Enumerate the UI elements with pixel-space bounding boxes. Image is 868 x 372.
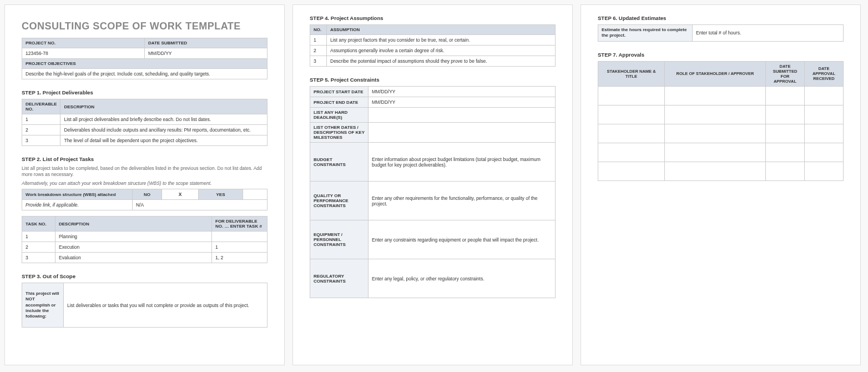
constraint-budget-value: Enter information about project budget l… xyxy=(369,143,556,182)
wbs-no-mark: X xyxy=(162,189,198,200)
step5-title: STEP 5. Project Constraints xyxy=(310,77,556,83)
table-row xyxy=(598,124,844,143)
estimate-value: Enter total # of hours. xyxy=(693,25,844,42)
document-page-1: CONSULTING SCOPE OF WORK TEMPLATE PROJEC… xyxy=(4,4,285,365)
table-row xyxy=(598,86,844,105)
wbs-table: Work breakdown structure (WBS) attached … xyxy=(22,189,268,210)
table-row: 3The level of detail will be dependent u… xyxy=(22,135,268,146)
estimate-label: Estimate the hours required to complete … xyxy=(598,25,693,42)
constraint-start-date-value: MM/DD/YY xyxy=(369,87,556,97)
project-objectives-value: Describe the high-level goals of the pro… xyxy=(22,69,268,79)
table-row xyxy=(598,105,844,124)
step1-title: STEP 1. Project Deliverables xyxy=(22,89,268,95)
out-of-scope-value: List deliverables or tasks that you will… xyxy=(64,283,268,328)
assumption-header: ASSUMPTION xyxy=(327,25,556,35)
approvals-col-date-received: DATE APPROVAL RECEIVED xyxy=(805,61,844,86)
constraint-deadlines-label: LIST ANY HARD DEADLINE(S) xyxy=(310,108,369,123)
approvals-col-date-submitted: DATE SUBMITTED FOR APPROVAL xyxy=(766,61,805,86)
constraint-end-date-label: PROJECT END DATE xyxy=(310,97,369,108)
table-row: 2Assumptions generally involve a certain… xyxy=(310,46,556,56)
table-row: 1Planning xyxy=(22,232,268,242)
project-info-table: PROJECT NO. DATE SUBMITTED 123456-78 MM/… xyxy=(22,38,268,79)
constraint-start-date-label: PROJECT START DATE xyxy=(310,87,369,97)
wbs-no-label: NO xyxy=(132,189,162,200)
approvals-table: STAKEHOLDER NAME & TITLE ROLE OF STAKEHO… xyxy=(598,61,844,181)
constraint-quality-value: Enter any other requirements for the fun… xyxy=(369,182,556,220)
step2-subtext1: List all project tasks to be completed, … xyxy=(22,165,268,178)
table-row: 3Evaluation1, 2 xyxy=(22,253,268,263)
table-row: 2Deliverables should include outputs and… xyxy=(22,125,268,135)
step3-title: STEP 3. Out of Scope xyxy=(22,273,268,279)
approvals-col-role: ROLE OF STAKEHOLDER / APPROVER xyxy=(665,61,766,86)
wbs-label: Work breakdown structure (WBS) attached xyxy=(22,189,133,200)
step7-title: STEP 7. Approvals xyxy=(598,52,844,58)
step2-subtext2: Alternatively, you can attach your work … xyxy=(22,180,268,187)
approvals-col-stakeholder: STAKEHOLDER NAME & TITLE xyxy=(598,61,665,86)
task-no-header: TASK NO. xyxy=(22,217,55,232)
deliverable-desc-header: DESCRIPTION xyxy=(60,99,268,114)
table-row: 3Describe the potential impact of assump… xyxy=(310,56,556,67)
wbs-link-value: N/A xyxy=(132,200,267,210)
table-row xyxy=(598,143,844,162)
project-no-header: PROJECT NO. xyxy=(22,38,145,48)
wbs-yes-label: YES xyxy=(199,189,243,200)
constraint-quality-label: QUALITY OR PERFORMANCE CONSTRAINTS xyxy=(310,182,369,220)
task-deliverable-header: FOR DELIVERABLE NO. … ENTER TASK # xyxy=(212,217,268,232)
table-row: 2Execution1 xyxy=(22,242,268,253)
constraint-end-date-value: MM/DD/YY xyxy=(369,97,556,108)
deliverables-table: DELIVERABLE NO. DESCRIPTION 1List all pr… xyxy=(22,99,268,146)
date-submitted-header: DATE SUBMITTED xyxy=(145,38,268,48)
table-row: 1List all project deliverables and brief… xyxy=(22,114,268,125)
table-row: 1List any project factors that you consi… xyxy=(310,35,556,46)
step6-title: STEP 6. Updated Estimates xyxy=(598,15,844,21)
deliverable-no-header: DELIVERABLE NO. xyxy=(22,99,60,114)
constraint-milestones-value xyxy=(369,123,556,143)
estimate-table: Estimate the hours required to complete … xyxy=(598,24,844,42)
constraint-milestones-label: LIST OTHER DATES / DESCRIPTIONS OF KEY M… xyxy=(310,123,369,143)
task-desc-header: DESCRIPTION xyxy=(55,217,212,232)
step2-title: STEP 2. List of Project Tasks xyxy=(22,156,268,162)
wbs-link-label: Provide link, if applicable. xyxy=(22,200,133,210)
constraint-equipment-label: EQUIPMENT / PERSONNEL CONSTRAINTS xyxy=(310,220,369,259)
wbs-yes-mark xyxy=(243,189,267,200)
document-title: CONSULTING SCOPE OF WORK TEMPLATE xyxy=(22,21,268,32)
document-page-2: STEP 4. Project Assumptions NO. ASSUMPTI… xyxy=(292,4,573,365)
constraint-regulatory-label: REGULATORY CONSTRAINTS xyxy=(310,259,369,298)
tasks-table: TASK NO. DESCRIPTION FOR DELIVERABLE NO.… xyxy=(22,216,268,263)
date-submitted-value: MM/DD/YY xyxy=(145,48,268,59)
constraint-budget-label: BUDGET CONSTRAINTS xyxy=(310,143,369,182)
table-row xyxy=(598,162,844,180)
out-of-scope-label: This project will NOT accomplish or incl… xyxy=(22,283,64,328)
out-of-scope-table: This project will NOT accomplish or incl… xyxy=(22,283,268,328)
assumptions-table: NO. ASSUMPTION 1List any project factors… xyxy=(310,24,556,67)
assumption-no-header: NO. xyxy=(310,25,327,35)
constraint-regulatory-value: Enter any legal, policy, or other regula… xyxy=(369,259,556,298)
project-no-value: 123456-78 xyxy=(22,48,145,59)
constraints-table: PROJECT START DATEMM/DD/YY PROJECT END D… xyxy=(310,86,556,298)
step4-title: STEP 4. Project Assumptions xyxy=(310,15,556,21)
constraint-equipment-value: Enter any constraints regarding equipmen… xyxy=(369,220,556,259)
constraint-deadlines-value xyxy=(369,108,556,123)
project-objectives-header: PROJECT OBJECTIVES xyxy=(22,59,268,69)
document-page-3: STEP 6. Updated Estimates Estimate the h… xyxy=(581,4,861,365)
